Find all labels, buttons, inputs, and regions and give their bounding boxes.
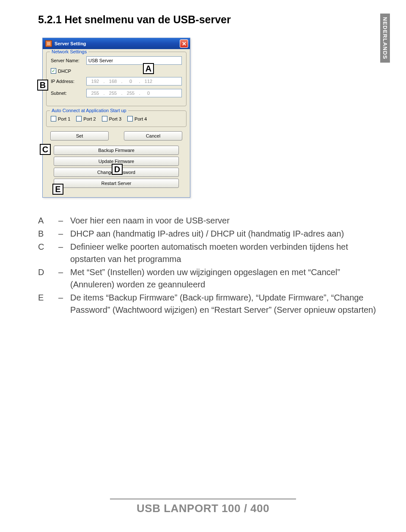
port3-label: Port 3 [109, 116, 121, 121]
description-list: A – Voer hier een naam in voor de USB-se… [38, 215, 376, 316]
close-button[interactable]: ✕ [180, 39, 188, 48]
network-legend: Network Settings [50, 49, 88, 54]
desc-text-c: Definieer welke poorten automatisch moet… [70, 241, 376, 265]
desc-text-e: De items “Backup Firmware” (Back-up firm… [70, 292, 376, 316]
port2-checkbox[interactable] [76, 116, 82, 121]
network-settings-group: Network Settings Server Name: ✓ DHCP IP … [46, 52, 187, 106]
page-footer: USB LANPORT 100 / 400 [0, 499, 406, 515]
server-name-label: Server Name: [51, 58, 84, 63]
auto-connect-group: Auto Connect at Application Start up Por… [46, 110, 187, 127]
close-icon: ✕ [182, 41, 187, 47]
desc-key-e: E [38, 292, 58, 316]
page-heading: 5.2.1 Het snelmenu van de USB-server [38, 14, 376, 26]
port4-checkbox[interactable] [127, 116, 133, 121]
app-icon [45, 40, 52, 47]
desc-text-b: DHCP aan (handmatig IP-adres uit) / DHCP… [70, 228, 376, 240]
dialog-title: Server Setting [55, 41, 180, 46]
ip-address-input[interactable]: 192. 168. 0. 112 [86, 77, 182, 85]
port2-label: Port 2 [83, 116, 96, 121]
restart-server-button[interactable]: Restart Server [54, 179, 179, 188]
desc-text-a: Voer hier een naam in voor de USB-server [70, 215, 376, 227]
subnet-label: Subnet: [51, 91, 84, 96]
desc-key-c: C [38, 241, 58, 265]
ip-address-label: IP Address: [51, 79, 84, 84]
backup-firmware-button[interactable]: Backup Firmware [54, 146, 179, 155]
desc-key-a: A [38, 215, 58, 227]
desc-text-d: Met “Set” (Instellen) worden uw wijzigin… [70, 266, 376, 291]
subnet-input[interactable]: 255. 255. 255. 0 [86, 89, 182, 97]
callout-d: D [112, 164, 123, 175]
callout-c: C [40, 144, 51, 155]
dhcp-label: DHCP [58, 69, 71, 74]
language-tab: NEDERLANDS [380, 14, 390, 63]
desc-key-d: D [38, 266, 58, 291]
callout-e: E [52, 184, 63, 195]
port1-checkbox[interactable] [51, 116, 56, 121]
callout-b: B [37, 80, 48, 91]
port4-label: Port 4 [134, 116, 147, 121]
dhcp-checkbox[interactable]: ✓ [51, 68, 56, 74]
server-name-input[interactable] [86, 56, 182, 65]
set-button[interactable]: Set [50, 131, 109, 141]
desc-key-b: B [38, 228, 58, 240]
callout-a: A [143, 63, 154, 74]
titlebar: Server Setting ✕ [43, 38, 190, 49]
footer-text: USB LANPORT 100 / 400 [137, 502, 269, 515]
cancel-button[interactable]: Cancel [124, 131, 182, 141]
footer-divider [110, 499, 296, 499]
auto-connect-legend: Auto Connect at Application Start up [50, 108, 128, 113]
svg-rect-0 [47, 42, 50, 45]
port1-label: Port 1 [58, 116, 70, 121]
port3-checkbox[interactable] [102, 116, 107, 121]
